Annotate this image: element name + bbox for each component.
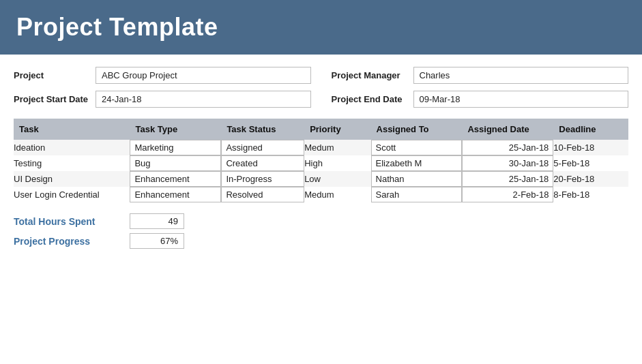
project-info-right: Project Manager Charles Project End Date… [332, 67, 629, 108]
project-info-left: Project ABC Group Project Project Start … [14, 67, 311, 108]
table-row: TestingBugCreatedHighElizabeth M30-Jan-1… [14, 155, 628, 171]
end-date-label: Project End Date [332, 94, 407, 104]
progress-row: Project Progress 67% [14, 233, 628, 249]
start-date-label: Project Start Date [14, 94, 89, 104]
page-title: Project Template [16, 13, 218, 42]
table-header-row: Task Task Type Task Status Priority Assi… [14, 119, 628, 140]
project-name-row: Project ABC Group Project [14, 67, 311, 84]
col-task: Task [14, 119, 130, 140]
progress-label: Project Progress [14, 236, 123, 247]
footer-section: Total Hours Spent 49 Project Progress 67… [14, 213, 628, 249]
table-row: IdeationMarketingAssignedMedumScott25-Ja… [14, 140, 628, 155]
manager-row: Project Manager Charles [332, 67, 629, 84]
total-hours-row: Total Hours Spent 49 [14, 213, 628, 229]
total-hours-label: Total Hours Spent [14, 216, 123, 227]
main-content: Project ABC Group Project Project Start … [0, 55, 642, 256]
start-date-value: 24-Jan-18 [96, 91, 311, 108]
col-type: Task Type [130, 119, 221, 140]
end-date-value: 09-Mar-18 [413, 91, 629, 108]
manager-value: Charles [413, 67, 629, 84]
task-table: Task Task Type Task Status Priority Assi… [14, 119, 628, 202]
manager-label: Project Manager [332, 70, 407, 80]
table-row: UI DesignEnhancementIn-ProgressLowNathan… [14, 171, 628, 187]
page-header: Project Template [0, 0, 642, 55]
project-label: Project [14, 70, 89, 80]
col-deadline: Deadline [553, 119, 628, 140]
end-date-row: Project End Date 09-Mar-18 [332, 91, 629, 108]
project-value: ABC Group Project [96, 67, 311, 84]
progress-value: 67% [130, 233, 184, 249]
col-priority: Priority [304, 119, 370, 140]
start-date-row: Project Start Date 24-Jan-18 [14, 91, 311, 108]
col-assigned: Assigned To [371, 119, 463, 140]
col-date: Assigned Date [462, 119, 553, 140]
project-info-section: Project ABC Group Project Project Start … [14, 67, 628, 108]
total-hours-value: 49 [130, 213, 184, 229]
table-row: User Login CredentialEnhancementResolved… [14, 187, 628, 202]
col-status: Task Status [221, 119, 304, 140]
